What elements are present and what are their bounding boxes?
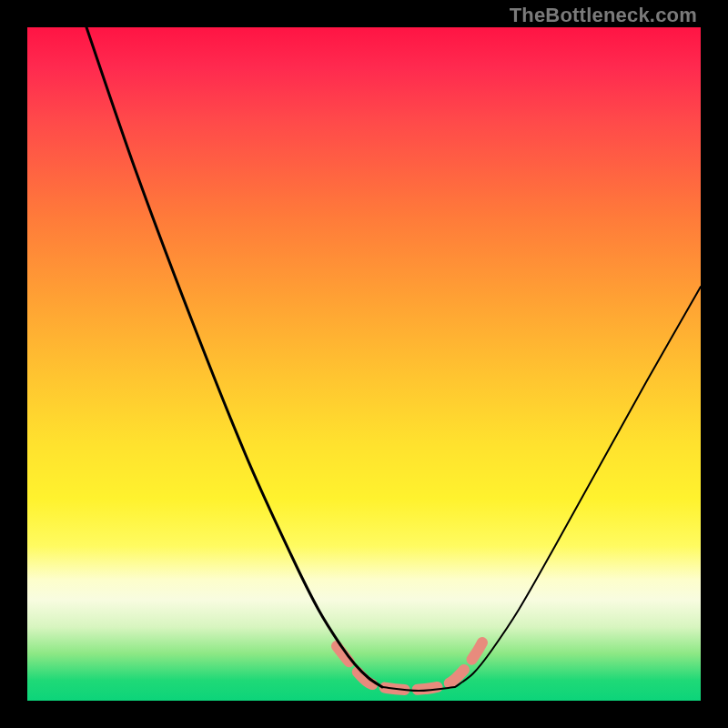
curve-right xyxy=(455,287,701,687)
bottleneck-curve xyxy=(27,27,701,701)
watermark-label: TheBottleneck.com xyxy=(510,4,697,27)
curve-left xyxy=(86,27,382,687)
